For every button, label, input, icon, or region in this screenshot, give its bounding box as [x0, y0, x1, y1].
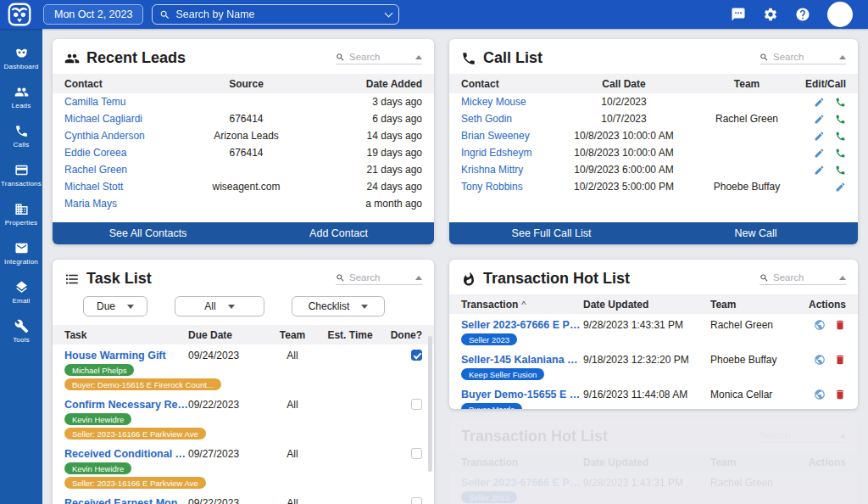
sidebar-item-tools[interactable]: Tools: [0, 319, 42, 344]
edit-icon[interactable]: [814, 165, 825, 176]
task-link[interactable]: House Warming Gift: [64, 350, 166, 361]
collapse-icon[interactable]: [839, 276, 846, 280]
call-icon[interactable]: [835, 165, 846, 176]
trash-icon[interactable]: [834, 389, 846, 400]
call-contact-link[interactable]: Seth Godin: [461, 113, 548, 125]
recent-leads-search[interactable]: [336, 52, 422, 64]
scrollbar[interactable]: [428, 336, 432, 472]
contact-badge[interactable]: Kevin Hewidre: [64, 462, 131, 474]
edit-icon[interactable]: [814, 97, 825, 108]
globe-icon[interactable]: [814, 389, 826, 400]
lead-contact-link[interactable]: Michael Stott: [64, 181, 176, 193]
recent-leads-search-input[interactable]: [349, 52, 402, 62]
call-list-search-input[interactable]: [773, 52, 826, 62]
call-row: Krishna Mittry 10/9/2023 6:00:00 AM: [449, 161, 858, 178]
sort-ascending-icon[interactable]: ^: [521, 300, 526, 310]
sidebar-item-integration[interactable]: Integration: [0, 241, 42, 266]
globe-icon[interactable]: [814, 354, 826, 366]
lead-contact-link[interactable]: Rachel Green: [64, 164, 176, 176]
call-contact-link[interactable]: Ingrid Edsheym: [461, 147, 548, 159]
flame-icon: [461, 272, 476, 287]
call-contact-link[interactable]: Mickey Mouse: [461, 96, 548, 108]
lead-contact-link[interactable]: Maria Mays: [64, 198, 176, 210]
lead-contact-link[interactable]: Cynthia Anderson: [64, 130, 176, 142]
cube-icon: [14, 280, 29, 294]
transaction-tag-badge[interactable]: Keep Seller Fusion: [461, 368, 544, 380]
globe-icon[interactable]: [814, 319, 826, 331]
call-icon[interactable]: [835, 114, 846, 125]
due-filter-dropdown[interactable]: Due: [83, 296, 147, 316]
hot-list-search-input[interactable]: [773, 272, 826, 283]
sidebar-item-dashboard[interactable]: Dashboard: [0, 46, 42, 70]
contact-badge[interactable]: Michael Phelps: [64, 364, 134, 376]
transaction-link[interactable]: Seller 2023-67666 E Parview Ave: [461, 319, 583, 331]
call-contact-link[interactable]: Brian Sweeney: [461, 130, 548, 142]
task-done-checkbox[interactable]: [411, 448, 422, 459]
edit-icon[interactable]: [835, 182, 846, 193]
collapse-icon[interactable]: [415, 55, 422, 59]
avatar[interactable]: [827, 2, 853, 27]
trash-icon[interactable]: [834, 319, 846, 331]
transaction-hot-list-card: Transaction Hot List Transaction^ Date U…: [449, 260, 858, 409]
call-icon[interactable]: [835, 148, 846, 159]
global-search-input[interactable]: [175, 8, 386, 20]
task-list-search[interactable]: [336, 272, 422, 285]
task-list-columns: Task Due Date Team Est. Time Done?: [53, 325, 434, 344]
contact-badge[interactable]: Kevin Hewidre: [64, 413, 131, 425]
search-icon: [336, 273, 345, 283]
sidebar-item-leads[interactable]: Leads: [0, 85, 42, 109]
transaction-link[interactable]: Seller-145 Kalaniana Loop: [461, 354, 583, 366]
chevron-down-icon[interactable]: [385, 9, 393, 18]
call-contact-link[interactable]: Krishna Mittry: [461, 164, 548, 176]
sidebar-item-email[interactable]: Email: [0, 280, 42, 305]
recent-leads-card: Recent Leads Contact Source Date Added C…: [53, 39, 434, 244]
task-done-checkbox[interactable]: [411, 399, 422, 410]
task-done-checkbox[interactable]: [411, 497, 422, 504]
transaction-badge[interactable]: Buyer: Demo-15615 E Firerock Count...: [64, 378, 221, 390]
task-row: Confirm Necessary Repairs are Or... Kevi…: [53, 394, 434, 443]
task-link[interactable]: Confirm Necessary Repairs are Or...: [64, 399, 188, 411]
call-icon[interactable]: [835, 97, 846, 108]
task-link[interactable]: Received Conditional Loan Approv...: [64, 448, 188, 460]
edit-icon[interactable]: [814, 131, 825, 142]
trash-icon[interactable]: [834, 354, 846, 366]
sidebar-item-calls[interactable]: Calls: [0, 124, 42, 148]
new-call-button[interactable]: New Call: [654, 222, 858, 244]
chat-icon[interactable]: [731, 7, 746, 22]
edit-icon[interactable]: [814, 114, 825, 125]
hot-list-search[interactable]: [760, 272, 846, 285]
search-icon: [760, 53, 769, 62]
users-icon: [64, 51, 80, 66]
transaction-badge[interactable]: Seller: 2023-16166 E Parkview Ave: [64, 477, 206, 489]
transaction-link[interactable]: Buyer Demo-15655 E Firerock Coun...: [461, 389, 583, 400]
see-full-call-list-button[interactable]: See Full Call List: [449, 222, 654, 244]
team-filter-dropdown[interactable]: All: [175, 296, 264, 316]
task-list-search-input[interactable]: [349, 272, 402, 283]
lead-contact-link[interactable]: Michael Cagliardi: [64, 113, 176, 125]
help-icon[interactable]: [795, 7, 810, 22]
transaction-badge[interactable]: Seller: 2023-16166 E Parkview Ave: [64, 428, 206, 440]
gear-icon[interactable]: [763, 7, 778, 22]
collapse-icon[interactable]: [415, 276, 422, 280]
global-search[interactable]: [152, 4, 399, 25]
add-contact-button[interactable]: Add Contact: [243, 222, 434, 244]
ghost-transaction-card: Transaction Hot List Transaction Date Up…: [449, 417, 858, 504]
search-icon: [159, 9, 170, 20]
edit-icon[interactable]: [814, 148, 825, 159]
lead-contact-link[interactable]: Camilla Temu: [64, 96, 176, 108]
task-done-checkbox[interactable]: [411, 350, 422, 361]
transaction-tag-badge[interactable]: Seller 2023: [461, 333, 517, 345]
collapse-icon[interactable]: [839, 55, 846, 59]
checklist-filter-dropdown[interactable]: Checklist: [292, 296, 385, 316]
sidebar-item-properties[interactable]: Properties: [0, 202, 42, 227]
task-link[interactable]: Received Earnest Money Receipt f...: [64, 497, 188, 504]
call-list-search[interactable]: [760, 52, 846, 64]
see-all-contacts-button[interactable]: See All Contacts: [53, 222, 243, 244]
call-row: Mickey Mouse 10/2/2023: [449, 93, 858, 110]
lead-contact-link[interactable]: Eddie Coreea: [64, 147, 176, 159]
call-contact-link[interactable]: Tony Robbins: [461, 181, 548, 193]
transaction-tag-badge[interactable]: Buyer Mardo: [461, 403, 522, 409]
call-icon[interactable]: [835, 131, 846, 142]
date-button[interactable]: Mon Oct 2, 2023: [43, 4, 143, 25]
sidebar-item-transactions[interactable]: Transactions: [0, 163, 42, 188]
